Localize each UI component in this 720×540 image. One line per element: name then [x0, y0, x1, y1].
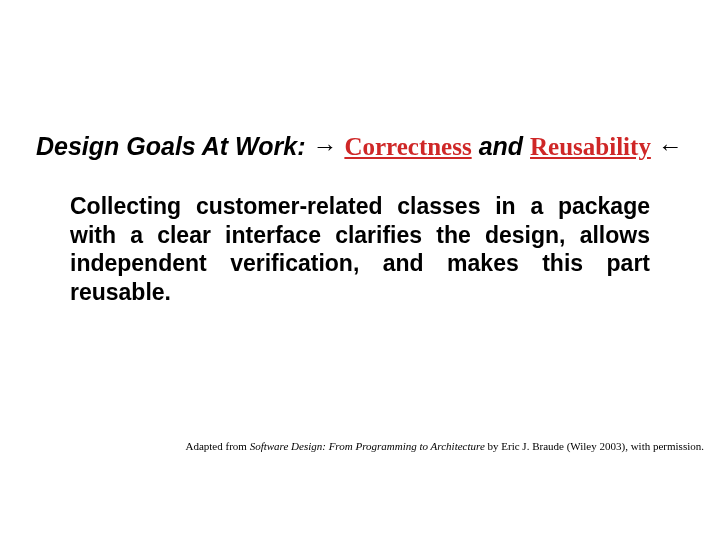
arrow-right-icon: →: [312, 132, 337, 160]
arrow-left-icon: ←: [658, 132, 683, 160]
title-connector: and: [479, 132, 523, 160]
slide: Design Goals At Work: → Correctness and …: [0, 0, 720, 540]
slide-title: Design Goals At Work: → Correctness and …: [36, 130, 684, 164]
slide-body: Collecting customer-related classes in a…: [36, 192, 684, 307]
title-prefix: Design Goals At Work:: [36, 132, 305, 160]
goal-correctness: Correctness: [344, 133, 471, 160]
attribution-book-title: Software Design: From Programming to Arc…: [250, 440, 485, 452]
attribution-before: Adapted from: [185, 440, 249, 452]
attribution: Adapted from Software Design: From Progr…: [185, 440, 704, 452]
attribution-after: by Eric J. Braude (Wiley 2003), with per…: [485, 440, 704, 452]
goal-reusability: Reusability: [530, 133, 651, 160]
